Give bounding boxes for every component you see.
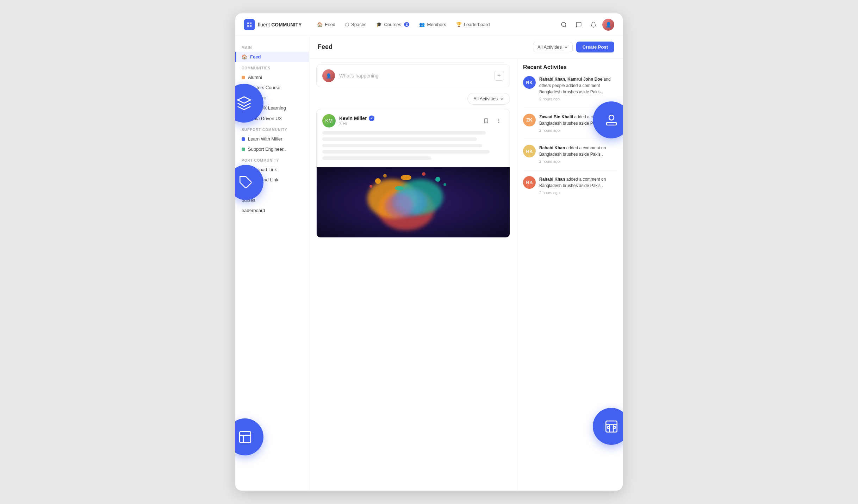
activity-text-1: Rahabi Khan, Kamrul John Doe and others …: [539, 76, 617, 102]
community-label: COMMUNITY: [235, 93, 309, 103]
main-layout: MAIN 🏠 Feed COMMUNITIES Alumni Masters C…: [235, 36, 623, 491]
page-label: GE: [235, 185, 309, 195]
post-actions: [481, 116, 504, 126]
nav-leaderboard[interactable]: 🏆 Leaderboard: [452, 20, 494, 29]
download1-icon: ↓: [242, 167, 244, 172]
sidebar-item-courses-pg[interactable]: ourses: [235, 195, 309, 205]
content-area: Feed All Activities Create Post 👤: [309, 36, 623, 491]
activity-text-3: Rahabi Khan added a comment on Banglades…: [539, 145, 617, 164]
activity-text-2: Zawad Bin Khalil added a comment on Bang…: [539, 114, 617, 133]
feed-header-actions: All Activities Create Post: [533, 42, 614, 52]
data-driven-avatar: [242, 116, 247, 121]
svg-point-29: [401, 175, 411, 180]
activities-pill[interactable]: All Activities: [467, 93, 510, 105]
post-card: KM Kevin Miller ✓ 2 Hr: [316, 109, 510, 238]
main-nav: 🏠 Feed ⬡ Spaces 🎓 Courses 2 👥 Members 🏆 …: [313, 20, 547, 29]
sidebar-item-alumni[interactable]: Alumni: [235, 72, 309, 82]
composer-plus-button[interactable]: +: [494, 71, 504, 81]
members-icon: 👥: [419, 22, 425, 27]
activity-time-4: 2 hours ago: [539, 190, 617, 196]
home-icon: 🏠: [242, 54, 247, 60]
sidebar-item-data-driven[interactable]: Data Driven UX: [235, 113, 309, 124]
composer-input[interactable]: What's happening: [339, 73, 490, 79]
post-image: [317, 167, 510, 237]
nav-members[interactable]: 👥 Members: [415, 20, 450, 29]
activity-item-1: RK Rahabi Khan, Kamrul John Doe and othe…: [523, 76, 617, 108]
messages-button[interactable]: [573, 19, 585, 31]
alumni-dot: [242, 76, 245, 79]
activity-time-2: 2 hours ago: [539, 127, 617, 133]
composer-avatar: 👤: [322, 69, 335, 82]
sidebar-item-support-eng[interactable]: Support Engineer..: [235, 144, 309, 154]
header-actions: 👤: [558, 19, 614, 31]
activity-item-3: RK Rahabi Khan added a comment on Bangla…: [523, 145, 617, 170]
bookmark-button[interactable]: [481, 116, 491, 126]
logo-area: fluent COMMUNITY: [244, 19, 301, 30]
feed-main: 👤 What's happening + All Activities: [309, 58, 517, 491]
recent-activities-title: Recent Activites: [523, 64, 617, 70]
svg-point-30: [395, 186, 403, 190]
activity-avatar-3: RK: [523, 145, 536, 157]
post-card-header: KM Kevin Miller ✓ 2 Hr: [317, 109, 510, 131]
svg-point-31: [396, 192, 420, 212]
sidebar-item-learn-miller[interactable]: Learn With Miller: [235, 134, 309, 144]
svg-point-28: [422, 172, 425, 176]
user-avatar[interactable]: 👤: [602, 19, 614, 31]
all-activities-dropdown[interactable]: All Activities: [533, 42, 573, 52]
text-line-4: [322, 150, 490, 154]
nav-feed[interactable]: 🏠 Feed: [313, 20, 340, 29]
svg-rect-11: [248, 23, 249, 24]
post-content: [317, 131, 510, 167]
post-time: 2 Hr: [339, 121, 477, 126]
app-header: fluent COMMUNITY 🏠 Feed ⬡ Spaces 🎓 Cours…: [235, 13, 623, 36]
search-button[interactable]: [558, 19, 570, 31]
post-author-info: Kevin Miller ✓ 2 Hr: [339, 116, 477, 126]
sidebar-item-masters[interactable]: Masters Course: [235, 82, 309, 93]
main-section-label: MAIN: [235, 42, 309, 52]
svg-point-12: [561, 22, 566, 26]
create-post-button[interactable]: Create Post: [576, 42, 614, 52]
communities-label: COMMUNITIES: [235, 62, 309, 72]
notifications-button[interactable]: [587, 19, 599, 31]
post-author-name: Kevin Miller ✓: [339, 116, 477, 121]
activity-avatar-1: RK: [523, 76, 536, 89]
text-line-1: [322, 131, 486, 135]
more-button[interactable]: [493, 116, 504, 126]
activity-avatar-4: RK: [523, 176, 536, 189]
post-author-avatar: KM: [322, 114, 336, 127]
activity-time-3: 2 hours ago: [539, 158, 617, 164]
svg-point-16: [498, 122, 499, 123]
svg-point-26: [435, 177, 440, 182]
support-label: SUPPORT COMMUNITY: [235, 124, 309, 134]
text-line-3: [322, 144, 482, 147]
masters-dot: [242, 86, 245, 89]
courses-badge: 2: [404, 22, 410, 27]
nav-courses[interactable]: 🎓 Courses 2: [372, 20, 414, 29]
svg-point-15: [498, 120, 499, 121]
sidebar-item-feed[interactable]: 🏠 Feed: [235, 52, 309, 62]
basic-ux-dot: [242, 106, 245, 110]
activity-item-4: RK Rahabi Khan added a comment on Bangla…: [523, 176, 617, 201]
feed-header: Feed All Activities Create Post: [309, 36, 623, 58]
courses-icon: 🎓: [376, 22, 382, 27]
nav-spaces[interactable]: ⬡ Spaces: [341, 20, 371, 29]
sidebar-item-download1[interactable]: ↓ Download Link: [235, 164, 309, 175]
download2-icon: ↗: [242, 177, 245, 182]
sidebar-item-basic-ux[interactable]: Basic UX Learning: [235, 103, 309, 113]
sidebar-item-leaderboard-pg[interactable]: eaderboard: [235, 205, 309, 216]
support-eng-dot: [242, 148, 245, 151]
text-line-5: [322, 156, 431, 160]
learn-miller-dot: [242, 137, 245, 141]
verified-badge: ✓: [369, 116, 374, 121]
support2-label: PORT COMMUNITY: [235, 154, 309, 164]
spaces-icon: ⬡: [345, 22, 349, 27]
post-composer[interactable]: 👤 What's happening +: [316, 64, 510, 87]
right-panel: Recent Activites RK Rahabi Khan, Kamrul …: [517, 58, 623, 491]
activity-text-4: Rahabi Khan added a comment on Banglades…: [539, 176, 617, 196]
sidebar-item-download2[interactable]: ↗ Download Link: [235, 175, 309, 185]
sidebar: MAIN 🏠 Feed COMMUNITIES Alumni Masters C…: [235, 36, 309, 491]
svg-point-24: [383, 174, 387, 178]
logo-icon: [244, 19, 255, 30]
leaderboard-icon: 🏆: [456, 22, 462, 27]
activities-filter: All Activities: [316, 93, 510, 105]
